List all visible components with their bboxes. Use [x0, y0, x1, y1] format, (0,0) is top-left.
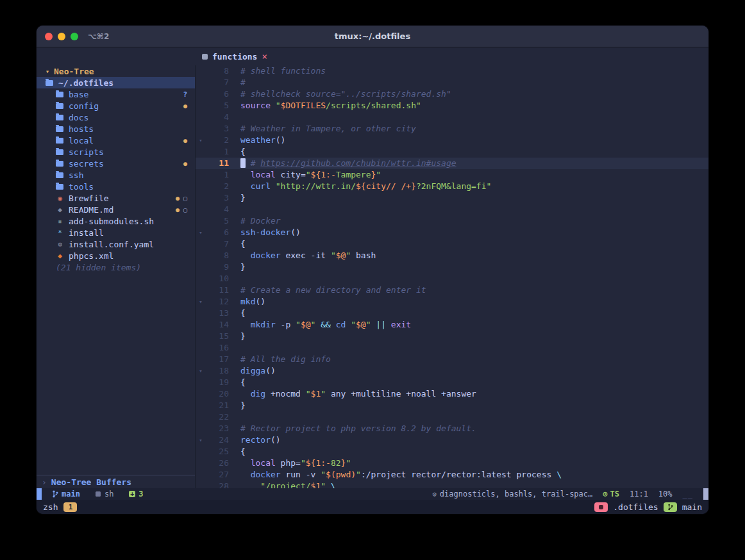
- neotree-header[interactable]: ▾ Neo-Tree: [37, 65, 195, 77]
- fold-column: [196, 238, 206, 250]
- code-line[interactable]: 4: [196, 204, 708, 215]
- fold-open-icon[interactable]: ▾: [196, 434, 206, 446]
- code-line[interactable]: 22: [196, 411, 708, 423]
- code-token: # Create a new directory and enter it: [240, 285, 426, 295]
- code-text: [229, 111, 240, 123]
- code-line[interactable]: 5source "$DOTFILES/scripts/shared.sh": [196, 100, 708, 111]
- tree-item-ssh[interactable]: ssh: [37, 169, 195, 181]
- code-line[interactable]: 23# Rector project to php version 8.2 by…: [196, 423, 708, 434]
- fold-open-icon[interactable]: ▾: [196, 227, 206, 238]
- code-line[interactable]: ▾12mkd(): [196, 296, 708, 308]
- code-line[interactable]: 10: [196, 273, 708, 284]
- code-line[interactable]: 8 docker exec -it "$@" bash: [196, 250, 708, 261]
- tree-item-secrets[interactable]: secrets●: [37, 158, 195, 169]
- code-line[interactable]: ▾2weather(): [196, 135, 708, 146]
- tree-item-base[interactable]: base?: [37, 88, 195, 100]
- code-line[interactable]: 27 docker run -v "$(pwd)":/project recto…: [196, 469, 708, 481]
- code-line[interactable]: 21}: [196, 400, 708, 411]
- tree-item-README.md[interactable]: ◆README.md●▢: [37, 204, 195, 215]
- zoom-window-button[interactable]: [71, 33, 78, 40]
- code-line[interactable]: 5# Docker: [196, 215, 708, 227]
- code-line[interactable]: 28 "/project/$1" \: [196, 481, 708, 488]
- code-line[interactable]: 8# shell functions: [196, 65, 708, 77]
- code-line[interactable]: 11 # https://github.com/chubin/wttr.in#u…: [196, 158, 708, 169]
- code-line[interactable]: 7{: [196, 238, 708, 250]
- tree-item-label: phpcs.xml: [69, 251, 113, 261]
- code-line[interactable]: 3# Weather in Tampere, or other city: [196, 123, 708, 135]
- git-branch-label: main: [62, 490, 80, 498]
- code-line[interactable]: 13{: [196, 308, 708, 319]
- code-line[interactable]: ▾24rector(): [196, 434, 708, 446]
- code-line[interactable]: 19{: [196, 377, 708, 388]
- code-line[interactable]: 26 local php="${1:-82}": [196, 457, 708, 469]
- tree-item-config[interactable]: config●: [37, 100, 195, 111]
- tab-close-icon[interactable]: ×: [262, 51, 267, 62]
- code-line[interactable]: 1{: [196, 146, 708, 158]
- line-number: 14: [206, 319, 229, 331]
- chevron-right-icon: ›: [42, 477, 47, 487]
- fold-open-icon[interactable]: ▾: [196, 296, 206, 308]
- code-line[interactable]: 11# Create a new directory and enter it: [196, 284, 708, 296]
- git-status-badges: ●▢: [176, 195, 187, 202]
- folder-icon: [56, 149, 63, 155]
- tmux-session-icon: [594, 502, 608, 512]
- tree-item-label: install: [69, 228, 104, 238]
- tree-item-Brewfile[interactable]: ◉Brewfile●▢: [37, 192, 195, 204]
- code-line[interactable]: ▾18digga(): [196, 365, 708, 377]
- tree-root-dotfiles[interactable]: ~/.dotfiles: [37, 77, 195, 88]
- folder-icon: [56, 103, 63, 109]
- code-token: 82: [331, 458, 341, 468]
- file-tree: ▾ Neo-Tree ~/.dotfiles base?config●docsh…: [37, 65, 195, 475]
- minimize-window-button[interactable]: [58, 33, 65, 40]
- code-line[interactable]: 6# shellcheck source="../scripts/shared.…: [196, 88, 708, 100]
- code-token: php=: [276, 458, 301, 468]
- tmux-session-name: .dotfiles: [613, 502, 658, 512]
- code-token: #: [251, 158, 261, 168]
- code-line[interactable]: 4: [196, 111, 708, 123]
- line-number: 18: [206, 365, 229, 377]
- code-line[interactable]: 17# All the dig info: [196, 354, 708, 365]
- code-token: ?2nFQM&lang=fi": [416, 181, 491, 191]
- tree-item-docs[interactable]: docs: [37, 111, 195, 123]
- code-token: $1: [311, 389, 321, 399]
- fold-column: [196, 354, 206, 365]
- close-window-button[interactable]: [45, 33, 53, 40]
- tree-item-install[interactable]: *install: [37, 227, 195, 238]
- code-token: Tampere: [336, 170, 371, 179]
- tmux-window-zsh[interactable]: zsh 1: [43, 502, 77, 512]
- neotree-buffers-header[interactable]: › Neo-Tree Buffers: [37, 475, 195, 488]
- code-line[interactable]: 3}: [196, 192, 708, 204]
- code-token: {: [240, 308, 246, 318]
- tree-root-label: ~/.dotfiles: [58, 78, 113, 88]
- line-number: 24: [206, 434, 229, 446]
- code-line[interactable]: ▾6ssh-docker(): [196, 227, 708, 238]
- tree-item-add-submodules.sh[interactable]: ▪add-submodules.sh: [37, 215, 195, 227]
- editor-pane[interactable]: 8# shell functions7#6# shellcheck source…: [196, 65, 708, 488]
- tree-item-tools[interactable]: tools: [37, 181, 195, 192]
- code-line[interactable]: 1 local city="${1:-Tampere}": [196, 169, 708, 181]
- code-line[interactable]: 15}: [196, 331, 708, 342]
- code-line[interactable]: 9}: [196, 261, 708, 273]
- tree-item-hosts[interactable]: hosts: [37, 123, 195, 135]
- tree-item-scripts[interactable]: scripts: [37, 146, 195, 158]
- titlebar[interactable]: ⌥⌘2 tmux:~/.dotfiles: [37, 26, 708, 47]
- code-line[interactable]: 2 curl "http://wttr.in/${city// /+}?2nFQ…: [196, 181, 708, 192]
- tree-item-local[interactable]: local●: [37, 135, 195, 146]
- code-line[interactable]: 25{: [196, 446, 708, 457]
- fold-open-icon[interactable]: ▾: [196, 365, 206, 377]
- code-line[interactable]: 16: [196, 342, 708, 354]
- fold-column: [196, 192, 206, 204]
- code-line[interactable]: 7#: [196, 77, 708, 88]
- tab-functions[interactable]: functions ×: [202, 51, 267, 62]
- code-line[interactable]: 20 dig +nocmd "$1" any +multiline +noall…: [196, 388, 708, 400]
- mode-indicator: [37, 488, 42, 500]
- code-text: dig +nocmd "$1" any +multiline +noall +a…: [229, 388, 476, 400]
- git-branch-segment: main: [52, 490, 80, 498]
- tree-item-phpcs.xml[interactable]: ◆phpcs.xml: [37, 250, 195, 261]
- code-text: }: [229, 261, 246, 273]
- code-token: ": [346, 458, 351, 468]
- fold-open-icon[interactable]: ▾: [196, 135, 206, 146]
- code-line[interactable]: 14 mkdir -p "$@" && cd "$@" || exit: [196, 319, 708, 331]
- treesitter-icon: ⊙: [603, 490, 607, 498]
- tree-item-install.conf.yaml[interactable]: ⚙install.conf.yaml: [37, 238, 195, 250]
